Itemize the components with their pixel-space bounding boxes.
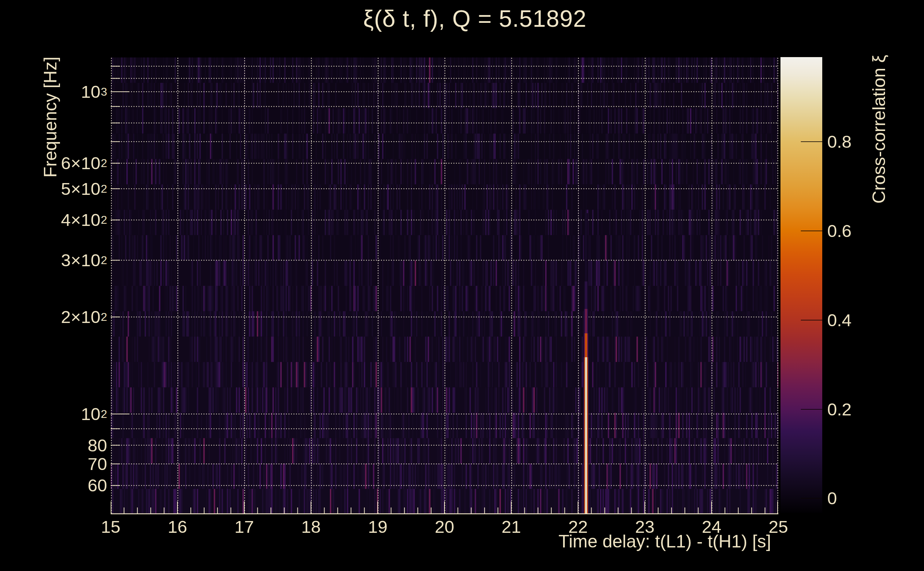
- colorbar-tick-mark: [801, 230, 822, 231]
- y-tick-label: 60: [88, 475, 107, 495]
- x-tick-label: 16: [168, 517, 187, 537]
- y-tick-label: 80: [88, 435, 107, 455]
- y-tick-label: 3×102: [61, 250, 107, 270]
- colorbar-tick-label: 0.6: [827, 221, 851, 241]
- figure-root: { "title": "ξ(δ t, f), Q = 5.51892", "co…: [0, 0, 924, 571]
- colorbar-gradient: [780, 57, 822, 513]
- x-axis-title: Time delay: t(L1) - t(H1) [s]: [558, 531, 771, 552]
- colorbar-tick-label: 0.8: [827, 132, 851, 152]
- colorbar-tick-mark: [801, 320, 822, 321]
- plot-title: ξ(δ t, f), Q = 5.51892: [363, 5, 587, 32]
- x-tick-label: 25: [769, 517, 788, 537]
- colorbar-tick-mark: [801, 141, 822, 142]
- y-tick-label: 70: [88, 454, 107, 474]
- heatmap-plot: [111, 57, 778, 514]
- colorbar-tick-label: 0: [827, 488, 837, 508]
- x-tick-label: 22: [569, 517, 588, 537]
- y-tick-label: 103: [81, 82, 107, 102]
- colorbar-tick-mark: [801, 498, 822, 498]
- x-tick-label: 23: [635, 517, 655, 537]
- x-tick-label: 15: [101, 517, 121, 537]
- y-tick-label: 5×102: [61, 179, 107, 199]
- x-tick-label: 20: [435, 517, 454, 537]
- x-tick-label: 21: [502, 517, 521, 537]
- x-tick-label: 24: [702, 517, 722, 537]
- y-tick-label: 6×102: [61, 153, 107, 173]
- y-tick-label: 4×102: [61, 210, 107, 230]
- x-tick-label: 18: [301, 517, 321, 537]
- colorbar-tick-label: 0.2: [827, 399, 851, 419]
- y-axis-title: Frequency [Hz]: [40, 56, 61, 177]
- heatmap-canvas: [111, 57, 778, 514]
- colorbar-tick-mark: [801, 409, 822, 410]
- x-tick-label: 17: [235, 517, 254, 537]
- colorbar-axis-title: Cross-correlation ξ: [869, 55, 889, 204]
- y-tick-label: 102: [81, 404, 107, 424]
- y-tick-label: 2×102: [61, 307, 107, 327]
- colorbar-tick-label: 0.4: [827, 310, 851, 330]
- x-tick-label: 19: [368, 517, 388, 537]
